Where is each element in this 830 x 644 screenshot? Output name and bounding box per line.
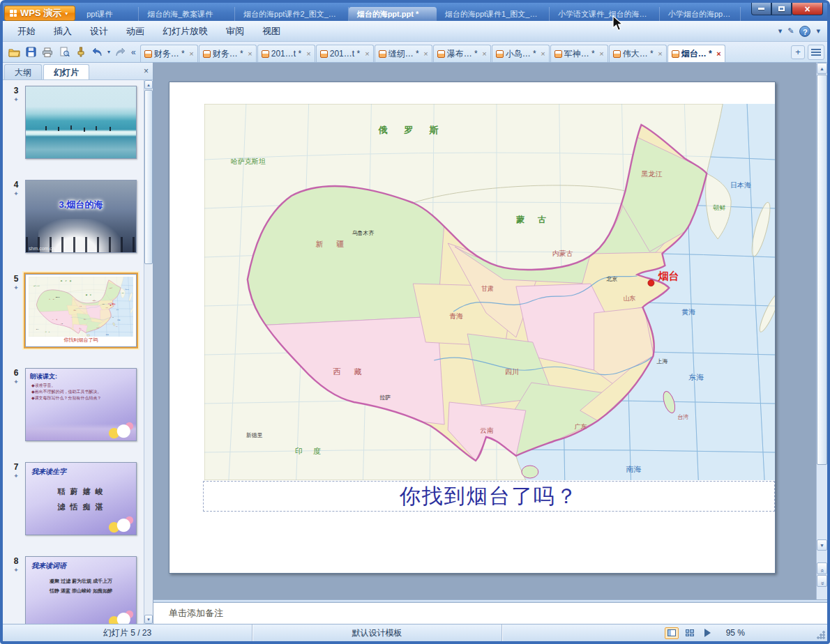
slide-5-canvas[interactable]: 你找到烟台了吗？: [169, 82, 776, 574]
tab-list-button[interactable]: [808, 45, 824, 60]
redo-button[interactable]: [112, 44, 128, 61]
maximize-button[interactable]: [771, 3, 792, 15]
menu-insert[interactable]: 插入: [45, 22, 81, 40]
close-icon[interactable]: ×: [248, 49, 252, 58]
normal-view-button[interactable]: [665, 627, 679, 639]
title-tab-3[interactable]: 烟台的海ppt课件2_图文_百…: [235, 7, 349, 21]
app-body: 大纲 幻灯片 × 3 ✦ 4 ✦: [3, 63, 827, 624]
slide-4-thumbnail[interactable]: 3.烟台的海 shm.com.cn: [25, 180, 137, 253]
notes-pane[interactable]: 单击添加备注: [153, 603, 827, 624]
title-tab-2[interactable]: 烟台的海_教案课件: [139, 7, 235, 21]
scrollbar-thumb[interactable]: [144, 90, 153, 264]
print-preview-button[interactable]: [56, 44, 73, 61]
document-tabs: 财务… *× 财务… *× 201…t *× 201…t *× 缝纫… *× 瀑…: [140, 42, 788, 62]
close-icon[interactable]: ×: [482, 49, 486, 58]
mini-china-map: [29, 277, 133, 337]
title-tab-5[interactable]: 烟台的海ppt课件1_图文_百…: [437, 7, 550, 21]
close-icon[interactable]: ×: [423, 49, 428, 58]
doc-tab-9[interactable]: 伟大… *×: [609, 45, 667, 62]
wps-logo-icon: [10, 10, 17, 17]
menu-slideshow[interactable]: 幻灯片放映: [153, 22, 217, 40]
doc-tab-8[interactable]: 军神… *×: [550, 45, 608, 62]
zoom-level[interactable]: 95 %: [726, 628, 745, 638]
main-scrollbar[interactable]: ▲ ▼ « «: [816, 63, 827, 599]
tab-slides[interactable]: 幻灯片: [43, 64, 89, 79]
slide-6-thumbnail[interactable]: 朗读课文: ◆读准字音。 ◆画出不理解的词，借助工具书解决。 ◆课文每段写什么？…: [25, 368, 137, 441]
new-tab-button[interactable]: +: [791, 45, 805, 59]
assistant-icon[interactable]: ✎: [787, 26, 794, 36]
doc-tab-7[interactable]: 小岛… *×: [492, 45, 550, 62]
close-icon[interactable]: ×: [189, 49, 193, 58]
undo-arrow-icon: [92, 47, 103, 56]
help-icon[interactable]: ?: [799, 26, 810, 37]
thumbnail-row-6: 6 ✦ 朗读课文: ◆读准字音。 ◆画出不理解的词，借助工具书解决。 ◆课文每段…: [7, 368, 139, 441]
slide-5-thumbnail-selected[interactable]: 你找到烟台了吗: [25, 274, 137, 347]
scroll-down-button[interactable]: ▼: [817, 539, 827, 551]
scroll-down-button[interactable]: ▼: [144, 615, 153, 624]
undo-button[interactable]: [89, 44, 106, 61]
thumb-gutter: 8 ✦: [7, 556, 25, 624]
tab-outline[interactable]: 大纲: [4, 64, 42, 79]
doc-tab-4[interactable]: 201…t *×: [316, 45, 374, 62]
menu-animation[interactable]: 动画: [117, 22, 153, 40]
doc-tab-6[interactable]: 瀑布… *×: [433, 45, 491, 62]
slide-number: 3: [7, 86, 25, 95]
doc-tab-3[interactable]: 201…t *×: [257, 45, 315, 62]
slide-number: 6: [7, 368, 25, 378]
menu-view[interactable]: 视图: [253, 22, 289, 40]
chevron-down-icon[interactable]: ▾: [816, 26, 820, 36]
china-map-object[interactable]: [204, 104, 775, 480]
next-slide-button[interactable]: «: [817, 575, 827, 587]
menu-design[interactable]: 设计: [81, 22, 117, 40]
title-tab-1[interactable]: ppt课件: [78, 7, 139, 21]
close-icon[interactable]: ×: [306, 49, 310, 58]
doc-tab-2[interactable]: 财务… *×: [199, 45, 257, 62]
slide-7-thumbnail[interactable]: 我来读生字 聒 蔚 嬉 峻 滤 恬 痴 湛: [25, 462, 137, 535]
scroll-up-button[interactable]: ▲: [144, 80, 153, 89]
double-chevron-up-icon: «: [816, 569, 827, 572]
print-button[interactable]: [39, 44, 56, 61]
close-icon[interactable]: ×: [365, 49, 369, 58]
resize-grip[interactable]: [817, 631, 825, 639]
scroll-up-button[interactable]: ▲: [817, 63, 827, 74]
slide-8-thumbnail[interactable]: 我来读词语 凝聚 过滤 蔚为壮观 成千上万 恬静 湛蓝 崇山峻岭 如痴如醉: [25, 556, 137, 624]
close-icon[interactable]: ×: [716, 49, 720, 58]
close-icon[interactable]: ×: [541, 49, 545, 58]
ppt-file-icon: [262, 50, 269, 58]
format-painter-button[interactable]: [73, 44, 89, 61]
title-tab-6[interactable]: 小学语文课件_烟台的海_图…: [550, 7, 660, 21]
slide-sorter-button[interactable]: [683, 627, 697, 639]
slideshow-button[interactable]: [701, 627, 715, 639]
slide-3-thumbnail[interactable]: [25, 86, 137, 159]
scrollbar-thumb[interactable]: [817, 75, 827, 465]
doc-tab-5[interactable]: 缝纫… *×: [375, 45, 432, 62]
undo-dropdown-icon[interactable]: ▾: [107, 49, 110, 55]
slide-4-title: 3.烟台的海: [26, 199, 136, 211]
statusbar: 幻灯片 5 / 23 默认设计模板 95 %: [3, 624, 827, 641]
open-button[interactable]: [6, 44, 22, 61]
close-button[interactable]: ×: [792, 3, 823, 15]
close-icon[interactable]: ×: [599, 49, 603, 58]
collapse-ribbon-icon[interactable]: ▾: [778, 26, 783, 36]
close-icon[interactable]: ×: [658, 49, 662, 58]
collapse-toolbar-icon[interactable]: «: [131, 47, 136, 57]
ppt-file-icon: [613, 50, 621, 58]
title-tab-active[interactable]: 烟台的海ppt.ppt *: [349, 7, 437, 21]
ppt-file-icon: [203, 50, 211, 58]
caption-textbox[interactable]: 你找到烟台了吗？: [203, 481, 775, 512]
panel-close-icon[interactable]: ×: [144, 66, 149, 76]
minimize-button[interactable]: [751, 3, 771, 15]
panel-tabs: 大纲 幻灯片 ×: [3, 63, 153, 80]
animation-star-icon: ✦: [7, 190, 25, 197]
save-button[interactable]: [22, 44, 39, 61]
menu-review[interactable]: 审阅: [217, 22, 253, 40]
doc-tab-active-yantai[interactable]: 烟台… *×: [667, 45, 725, 62]
previous-slide-button[interactable]: «: [817, 562, 827, 574]
wps-app-button[interactable]: WPS 演示 ▾: [4, 6, 75, 21]
app-name: WPS 演示: [20, 7, 61, 20]
watermark: shm.com.cn: [29, 246, 55, 251]
menu-start[interactable]: 开始: [8, 22, 45, 40]
panel-scrollbar[interactable]: ▲ ▼: [144, 80, 153, 624]
title-tab-7[interactable]: 小学烟台的海ppt_图…: [660, 7, 741, 21]
doc-tab-1[interactable]: 财务… *×: [140, 45, 198, 62]
